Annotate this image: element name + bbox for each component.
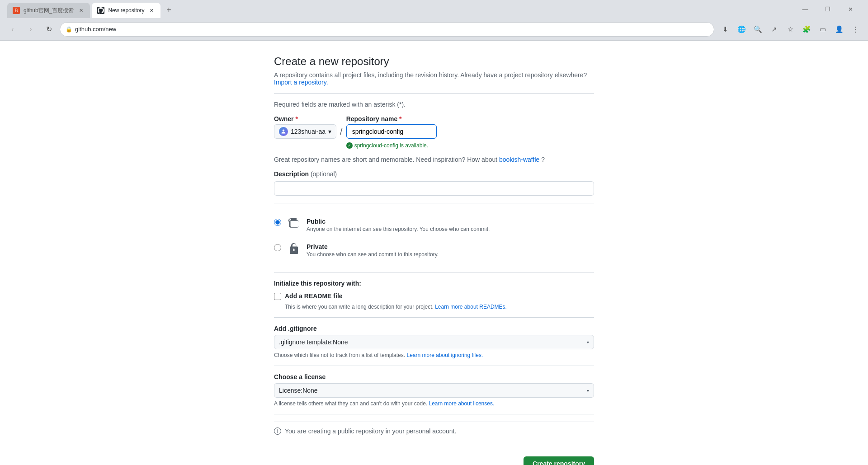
private-radio[interactable]: [274, 244, 281, 251]
private-title: Private: [307, 243, 594, 250]
repo-name-label: Repository name *: [346, 115, 437, 122]
readme-checkbox[interactable]: [274, 293, 281, 300]
minimize-button[interactable]: —: [795, 2, 816, 16]
private-icon: [287, 241, 301, 256]
share-button[interactable]: ↗: [767, 22, 781, 37]
license-select[interactable]: License:None ▾: [274, 383, 594, 398]
divider-2: [274, 203, 594, 203]
owner-caret: ▾: [328, 128, 331, 135]
lock-icon: 🔒: [66, 26, 72, 33]
public-icon: [287, 216, 301, 230]
gitignore-caret: ▾: [587, 340, 589, 345]
public-option[interactable]: Public Anyone on the internet can see th…: [274, 212, 594, 238]
owner-select[interactable]: 123shuai-aa ▾: [274, 124, 336, 139]
maximize-button[interactable]: ❐: [817, 2, 838, 16]
divider-3: [274, 272, 594, 272]
page-content: Create a new repository A repository con…: [0, 41, 868, 465]
zoom-button[interactable]: 🔍: [750, 22, 765, 37]
initialize-title: Initialize this repository with:: [274, 280, 594, 287]
extensions-button[interactable]: 🧩: [799, 22, 814, 37]
tab-label-baidu: github官网_百度搜索: [24, 7, 74, 14]
tab-favicon-baidu: B: [13, 7, 20, 14]
gitignore-title: Add .gitignore: [274, 325, 594, 332]
forward-button[interactable]: ›: [24, 22, 38, 37]
translate-button[interactable]: 🌐: [734, 22, 749, 37]
tab-baidu[interactable]: B github官网_百度搜索 ✕: [7, 3, 90, 18]
create-repository-button[interactable]: Create repository: [524, 456, 594, 465]
description-group: Description (optional): [274, 170, 594, 196]
license-learn-more[interactable]: Learn more about licenses.: [429, 400, 495, 407]
back-button[interactable]: ‹: [5, 22, 20, 37]
divider-6: [274, 414, 594, 414]
license-desc: A license tells others what they can and…: [274, 400, 594, 407]
info-box: i You are creating a public repository i…: [274, 422, 594, 440]
owner-avatar: [279, 127, 288, 136]
public-radio[interactable]: [274, 219, 281, 226]
available-message: ✓ springcloud-config is available.: [346, 142, 437, 149]
private-content: Private You choose who can see and commi…: [307, 243, 594, 258]
public-content: Public Anyone on the internet can see th…: [307, 218, 594, 232]
repo-name-group: Repository name * ✓ springcloud-config i…: [346, 115, 437, 149]
address-text: github.com/new: [75, 26, 116, 33]
readme-content: Add a README file: [285, 292, 343, 300]
readme-row: Add a README file: [274, 292, 594, 300]
visibility-section: Public Anyone on the internet can see th…: [274, 212, 594, 263]
license-caret: ▾: [587, 388, 589, 393]
info-icon: i: [274, 427, 281, 435]
create-btn-row: Create repository: [274, 449, 594, 465]
page-title: Create a new repository: [274, 55, 594, 68]
profile-button[interactable]: 👤: [832, 22, 846, 37]
reload-button[interactable]: ↻: [42, 22, 56, 37]
check-icon: ✓: [346, 142, 353, 149]
public-title: Public: [307, 218, 594, 225]
slash-separator: /: [340, 124, 343, 139]
available-text: springcloud-config is available.: [354, 142, 428, 149]
owner-repo-row: Owner * 123shuai-aa ▾ / Repository name …: [274, 115, 594, 149]
sidebar-button[interactable]: ▭: [816, 22, 830, 37]
address-bar[interactable]: 🔒 github.com/new: [60, 22, 714, 37]
download-button[interactable]: ⬇: [718, 22, 732, 37]
gitignore-learn-more[interactable]: Learn more about ignoring files.: [406, 352, 483, 358]
info-text: You are creating a public repository in …: [285, 427, 456, 435]
gitignore-desc: Choose which files not to track from a l…: [274, 352, 594, 358]
license-section: Choose a license License:None ▾ A licens…: [274, 373, 594, 407]
repo-name-input[interactable]: [346, 124, 437, 139]
tab-label-github: New repository: [108, 7, 144, 14]
inspiration-text: Great repository names are short and mem…: [274, 156, 594, 163]
readme-learn-more[interactable]: Learn more about READMEs.: [435, 304, 507, 310]
divider-4: [274, 317, 594, 318]
new-tab-button[interactable]: +: [162, 4, 175, 16]
owner-value: 123shuai-aa: [291, 128, 326, 135]
import-link[interactable]: Import a repository.: [274, 79, 328, 86]
readme-desc: This is where you can write a long descr…: [285, 304, 594, 310]
menu-button[interactable]: ⋮: [848, 22, 863, 37]
divider-1: [274, 93, 594, 94]
private-desc: You choose who can see and commit to thi…: [307, 251, 594, 258]
subtitle-main: A repository contains all project files,…: [274, 71, 587, 79]
readme-label: Add a README file: [285, 292, 343, 300]
license-title: Choose a license: [274, 373, 594, 380]
tab-favicon-github: [97, 7, 104, 14]
license-value: License:None: [279, 387, 318, 394]
divider-5: [274, 366, 594, 366]
private-option[interactable]: Private You choose who can see and commi…: [274, 238, 594, 263]
tab-close-baidu[interactable]: ✕: [77, 7, 85, 14]
gitignore-section: Add .gitignore .gitignore template:None …: [274, 325, 594, 358]
public-desc: Anyone on the internet can see this repo…: [307, 226, 594, 232]
owner-group: Owner * 123shuai-aa ▾: [274, 115, 336, 139]
inspiration-link[interactable]: bookish-waffle: [499, 156, 539, 163]
tab-close-github[interactable]: ✕: [148, 7, 155, 14]
description-label: Description (optional): [274, 170, 594, 178]
close-button[interactable]: ✕: [840, 2, 861, 16]
gitignore-select[interactable]: .gitignore template:None ▾: [274, 335, 594, 349]
bookmark-button[interactable]: ☆: [783, 22, 797, 37]
owner-label: Owner *: [274, 115, 336, 122]
gitignore-value: .gitignore template:None: [279, 338, 348, 346]
description-input[interactable]: [274, 181, 594, 196]
subtitle-text: A repository contains all project files,…: [274, 71, 594, 86]
required-note: Required fields are marked with an aster…: [274, 101, 594, 108]
initialize-section: Initialize this repository with: Add a R…: [274, 280, 594, 310]
tab-github[interactable]: New repository ✕: [92, 3, 160, 18]
